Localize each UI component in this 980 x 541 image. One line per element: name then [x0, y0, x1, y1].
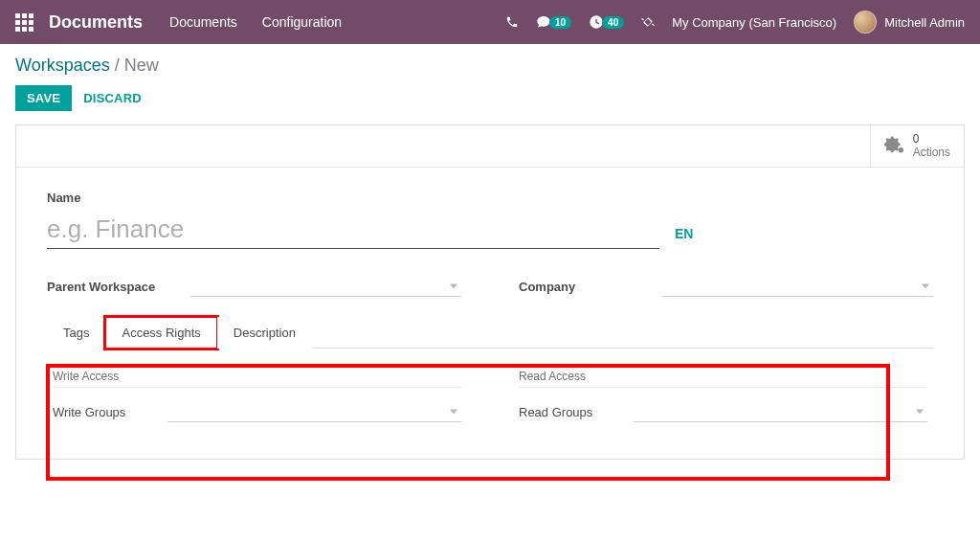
- user-name: Mitchell Admin: [884, 15, 965, 30]
- company-switcher[interactable]: My Company (San Francisco): [672, 15, 836, 30]
- form-wrap: 0 Actions Name EN Parent Workspace Comp: [0, 124, 980, 460]
- save-button[interactable]: SAVE: [15, 85, 72, 111]
- tabs: Tags Access Rights Description: [47, 316, 933, 349]
- actions-count: 0: [913, 133, 950, 146]
- breadcrumb: Workspaces / New: [15, 56, 965, 76]
- avatar: [854, 11, 877, 34]
- tab-description[interactable]: Description: [217, 317, 312, 349]
- activities-badge: 40: [602, 16, 624, 29]
- write-groups-label: Write Groups: [53, 405, 167, 419]
- discard-button[interactable]: DISCARD: [83, 91, 142, 105]
- app-title: Documents: [49, 12, 143, 33]
- tab-page-access-rights: Write Access Write Groups Read Access Re…: [47, 349, 933, 449]
- write-groups-input[interactable]: [167, 401, 461, 422]
- debug-icon[interactable]: [641, 15, 655, 29]
- company-input[interactable]: [662, 276, 933, 297]
- read-groups-label: Read Groups: [519, 405, 634, 419]
- button-box: 0 Actions: [16, 125, 964, 168]
- messages-badge: 10: [549, 16, 571, 29]
- lang-button[interactable]: EN: [675, 226, 693, 249]
- messages-icon[interactable]: 10: [536, 14, 571, 30]
- company-label: Company: [519, 280, 662, 294]
- parent-workspace-input[interactable]: [190, 276, 461, 297]
- sheet-body: Name EN Parent Workspace Company: [16, 168, 964, 459]
- control-panel: Workspaces / New SAVE DISCARD: [0, 44, 980, 124]
- name-input[interactable]: [47, 211, 659, 249]
- nav-item-configuration[interactable]: Configuration: [262, 14, 342, 30]
- breadcrumb-sep: /: [110, 56, 124, 75]
- user-menu[interactable]: Mitchell Admin: [854, 11, 965, 34]
- tab-access-rights[interactable]: Access Rights: [105, 317, 216, 349]
- nav-menu: Documents Configuration: [169, 14, 342, 30]
- actions-label: Actions: [913, 146, 950, 159]
- systray: 10 40 My Company (San Francisco) Mitchel…: [505, 11, 965, 34]
- top-fields: Parent Workspace Company: [47, 276, 933, 297]
- read-groups-input[interactable]: [634, 401, 927, 422]
- gears-icon: [884, 136, 905, 157]
- form-sheet: 0 Actions Name EN Parent Workspace Comp: [15, 124, 965, 460]
- parent-workspace-label: Parent Workspace: [47, 280, 190, 294]
- breadcrumb-current: New: [124, 56, 159, 75]
- navbar: Documents Documents Configuration 10 40 …: [0, 0, 980, 44]
- activities-icon[interactable]: 40: [589, 14, 624, 30]
- actions-stat-button[interactable]: 0 Actions: [870, 125, 964, 167]
- apps-icon[interactable]: [15, 13, 33, 32]
- cp-buttons: SAVE DISCARD: [15, 85, 965, 111]
- tab-tags[interactable]: Tags: [47, 317, 105, 349]
- read-access-section: Read Access: [519, 370, 927, 388]
- nav-item-documents[interactable]: Documents: [169, 14, 237, 30]
- breadcrumb-root[interactable]: Workspaces: [15, 56, 110, 75]
- voip-icon[interactable]: [505, 15, 519, 29]
- name-label: Name: [47, 191, 933, 205]
- title-row: EN: [47, 211, 933, 249]
- write-access-section: Write Access: [53, 370, 461, 388]
